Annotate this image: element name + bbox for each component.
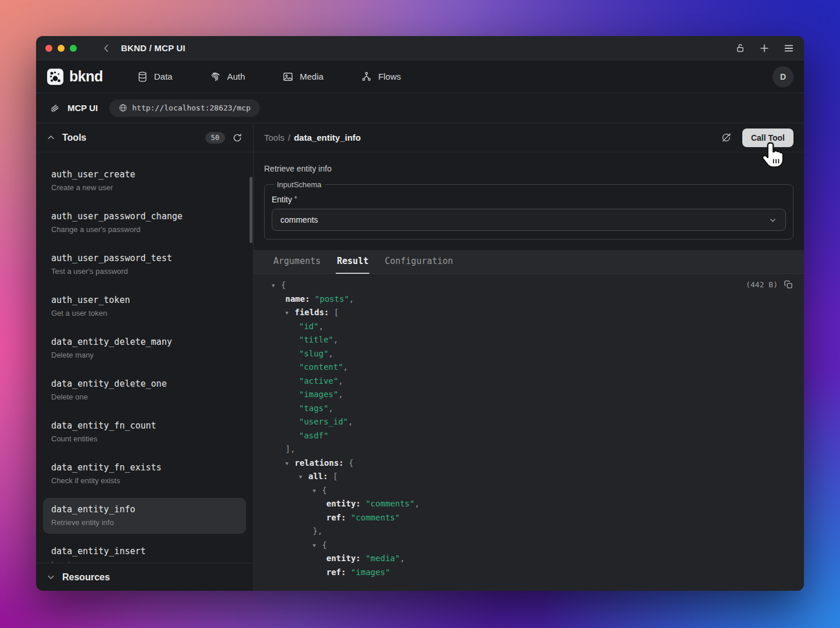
tool-description: Retrieve entity info [51,517,238,529]
tab-arguments[interactable]: Arguments [272,256,322,273]
tools-section-label: Tools [62,133,86,143]
avatar[interactable]: D [773,66,793,87]
tool-item[interactable]: data_entity_fn_count Count entities [43,414,246,450]
expand-arrow-icon[interactable]: ▼ [272,279,281,293]
result-panel: ArgumentsResultConfiguration ▼{name: "po… [254,250,804,591]
tool-item[interactable]: data_entity_fn_exists Check if entity ex… [43,456,246,492]
close-window-button[interactable] [45,45,52,52]
expand-arrow-icon[interactable]: ▼ [299,470,308,484]
nav-item-label: Media [300,72,323,81]
expand-arrow-icon[interactable]: ▼ [313,539,322,553]
tool-item[interactable]: data_entity_delete_one Delete one [43,372,246,408]
json-punct: , [349,294,354,304]
nav-item-flows[interactable]: Flows [361,71,401,83]
zoom-window-button[interactable] [70,45,77,52]
json-string: "id" [299,322,319,331]
json-line: entity: "comments", [254,497,804,511]
tool-name: auth_user_password_test [51,252,238,265]
plus-icon[interactable] [759,42,770,54]
json-string: "active" [299,376,338,386]
tools-section-header[interactable]: Tools 50 [36,123,253,152]
json-line: ], [254,443,804,456]
breadcrumb-separator: / [288,133,290,142]
refresh-off-icon[interactable] [721,132,732,143]
json-punct: }, [313,526,323,536]
resources-section-label: Resources [62,572,110,583]
json-line: ▼fields: [ [254,306,804,320]
expand-arrow-icon[interactable]: ▼ [286,306,295,320]
tab-configuration[interactable]: Configuration [383,256,454,273]
tool-name: data_entity_fn_count [51,419,238,432]
brand-logo[interactable]: bknd [47,68,103,85]
json-string: "comments" [351,513,400,522]
copy-icon[interactable] [784,280,793,290]
json-punct: { [322,540,327,550]
nav-item-data[interactable]: Data [137,71,173,83]
entity-select[interactable]: comments [272,209,786,231]
input-schema-fieldset: InputSchema Entity * comments [264,180,793,240]
tab-result[interactable]: Result [336,256,369,273]
tool-item[interactable]: auth_user_token Get a user token [43,288,246,324]
app-nav: bknd Data Auth Media Flows D [36,60,804,93]
json-key: ref: [326,513,351,522]
json-line: "content", [254,361,804,374]
json-punct: , [333,335,338,344]
expand-arrow-icon[interactable]: ▼ [313,484,322,498]
json-line: "slug", [254,347,804,361]
main-panel: Tools / data_entity_info Call Tool Retri… [254,123,804,591]
tool-item[interactable]: auth_user_password_change Change a user'… [43,205,246,241]
mcp-url: http://localhost:28623/mcp [132,104,251,112]
nav-item-label: Auth [227,72,245,81]
mcp-url-pill[interactable]: http://localhost:28623/mcp [109,99,260,117]
window-title: BKND / MCP UI [121,43,186,53]
json-punct: { [348,458,353,468]
minimize-window-button[interactable] [58,45,65,52]
json-line: ▼all: [ [254,470,804,484]
json-string: "title" [299,335,333,344]
tool-item[interactable]: data_entity_insert Insert one or many [43,540,246,563]
main-header: Tools / data_entity_info Call Tool [254,123,804,152]
json-line: name: "posts", [254,292,804,306]
chevron-down-icon [47,573,55,581]
back-chevron-icon[interactable] [101,43,112,53]
json-key: entity: [326,554,365,563]
expand-arrow-icon[interactable]: ▼ [286,457,295,471]
nav-item-label: Flows [378,72,401,81]
tool-description: Test a user's password [51,266,238,277]
json-line: ref: "images" [254,566,804,580]
result-tabs: ArgumentsResultConfiguration [254,250,804,274]
tool-item[interactable]: data_entity_info Retrieve entity info [43,498,246,534]
tool-name: data_entity_fn_exists [51,461,238,474]
json-line: "users_id", [254,415,804,429]
bknd-logo-icon [47,68,64,85]
json-string: "comments" [365,499,414,508]
breadcrumb-current: data_entity_info [294,133,361,142]
fingerprint-icon [209,71,221,83]
tool-item[interactable]: auth_user_create Create a new user [43,163,246,199]
json-string: "slug" [299,349,329,358]
json-key: name: [286,294,315,304]
json-punct: , [338,376,343,386]
json-line: "images", [254,388,804,402]
json-punct: { [322,486,327,495]
json-punct: , [338,390,343,399]
nav-item-media[interactable]: Media [282,71,323,83]
layers-icon [49,102,60,114]
json-punct: ], [286,444,296,454]
nav-item-auth[interactable]: Auth [209,71,245,83]
resources-section-header[interactable]: Resources [36,563,253,591]
json-string: "images" [299,390,338,399]
tool-item[interactable]: auth_user_password_test Test a user's pa… [43,247,246,283]
json-string: "content" [299,362,343,372]
tool-name: data_entity_info [51,503,238,516]
tool-name: data_entity_insert [51,545,238,558]
image-icon [282,71,294,83]
entity-field-label: Entity * [272,195,786,204]
refresh-icon[interactable] [232,133,243,143]
json-key: all: [308,472,333,481]
lock-open-icon[interactable] [735,42,746,53]
breadcrumb-section[interactable]: Tools [264,133,284,142]
sidebar-scrollbar[interactable] [250,177,252,243]
menu-icon[interactable] [783,42,795,54]
tool-item[interactable]: data_entity_delete_many Delete many [43,330,246,366]
